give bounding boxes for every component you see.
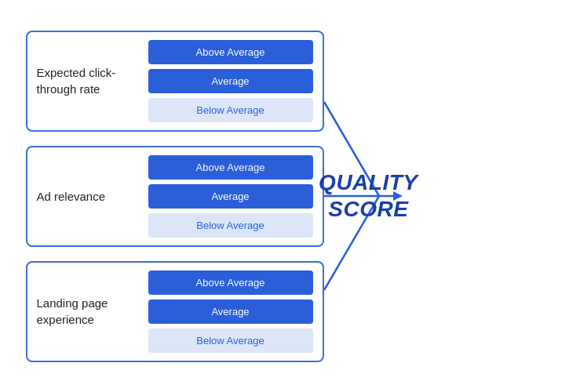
rating-btn-ctr-0[interactable]: Above Average (148, 40, 313, 64)
ratings-column-landing: Above AverageAverageBelow Average (148, 270, 313, 353)
factor-label-landing: Landing page experience (37, 295, 139, 328)
factor-label-relevance: Ad relevance (37, 188, 139, 205)
rating-btn-relevance-2[interactable]: Below Average (148, 213, 313, 238)
arrows-area: QUALITY SCORE (324, 55, 418, 337)
diagram-container: Expected click-through rateAbove Average… (26, 31, 544, 362)
factors-column: Expected click-through rateAbove Average… (26, 31, 324, 362)
rating-btn-ctr-2[interactable]: Below Average (148, 98, 313, 122)
quality-score-label: QUALITY SCORE (319, 169, 418, 222)
factor-box-relevance: Ad relevanceAbove AverageAverageBelow Av… (26, 146, 324, 247)
rating-btn-relevance-0[interactable]: Above Average (148, 155, 313, 180)
ratings-column-ctr: Above AverageAverageBelow Average (148, 40, 313, 122)
factor-box-landing: Landing page experienceAbove AverageAver… (26, 261, 324, 362)
rating-btn-landing-1[interactable]: Average (148, 299, 313, 324)
factor-label-ctr: Expected click-through rate (37, 64, 139, 97)
rating-btn-relevance-1[interactable]: Average (148, 184, 313, 209)
ratings-column-relevance: Above AverageAverageBelow Average (148, 155, 313, 238)
rating-btn-ctr-1[interactable]: Average (148, 69, 313, 93)
rating-btn-landing-0[interactable]: Above Average (148, 270, 313, 295)
rating-btn-landing-2[interactable]: Below Average (148, 328, 313, 353)
factor-box-ctr: Expected click-through rateAbove Average… (26, 31, 324, 132)
